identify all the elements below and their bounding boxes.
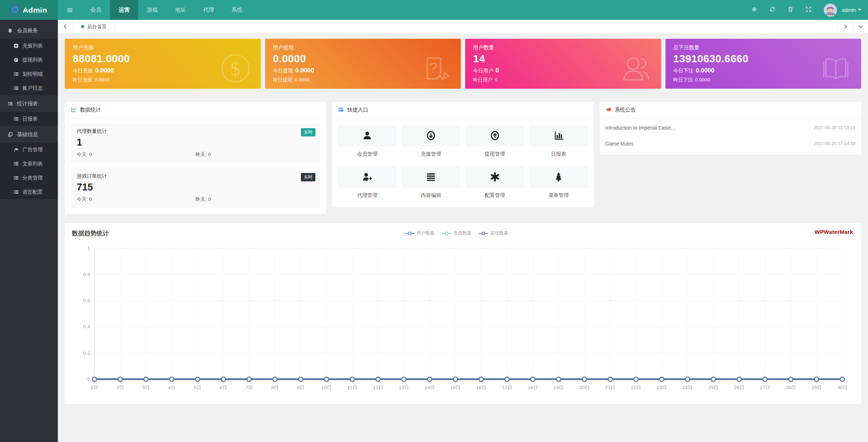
trash-button[interactable] xyxy=(783,0,799,20)
quick-entry-菜单管理[interactable]: 菜单管理 xyxy=(529,167,588,199)
stat-block-value: 1 xyxy=(77,137,314,148)
menu-item-地址[interactable]: 地址 xyxy=(166,0,195,20)
legend-用户数量[interactable]: 用户数量 xyxy=(405,230,435,236)
watermark: WPWaterMark ↓ xyxy=(814,229,853,235)
sidebar-item-文章列表[interactable]: 文章列表 xyxy=(0,157,58,171)
svg-text:22日: 22日 xyxy=(631,385,641,390)
sidebar-section-会员账务[interactable]: ฿会员账务 xyxy=(0,22,58,39)
navbar-actions: admin xyxy=(746,0,868,20)
megaphone-icon xyxy=(605,106,612,114)
svg-text:14日: 14日 xyxy=(425,385,435,390)
menu-hamburger[interactable] xyxy=(58,0,82,20)
chevron-left-icon xyxy=(63,24,68,29)
legend-充值数量[interactable]: 充值数量 xyxy=(442,230,472,236)
list-icon xyxy=(13,71,19,77)
sidebar-item-划转明细[interactable]: 划转明细 xyxy=(0,67,58,81)
quick-entry-label: 代理管理 xyxy=(338,192,396,199)
svg-text:0.4: 0.4 xyxy=(83,324,90,329)
menu-item-运营[interactable]: 运营 xyxy=(110,0,138,20)
menu-item-代理[interactable]: 代理 xyxy=(195,0,223,20)
tabs-scroll-right-button[interactable] xyxy=(838,20,853,33)
stat-block-yesterday: 昨天: 0 xyxy=(196,196,315,203)
legend-marker-icon xyxy=(479,231,488,236)
sidebar-item-语言配置[interactable]: 语言配置 xyxy=(0,185,58,199)
user-plus-icon xyxy=(362,172,373,184)
quick-entry-label: 内容编辑 xyxy=(402,192,460,199)
quick-entry-充值管理[interactable]: 充值管理 xyxy=(402,126,460,157)
sidebar-item-label: 充值列表 xyxy=(22,43,43,49)
tabs-more-button[interactable] xyxy=(853,20,868,33)
quick-entry-label: 日报表 xyxy=(529,151,588,157)
quick-entry-tile xyxy=(338,167,396,188)
tab-bar: 后台首页 xyxy=(58,20,868,34)
legend-label: 用户数量 xyxy=(417,230,435,236)
sidebar-item-提现列表[interactable]: 提现列表 xyxy=(0,53,58,67)
credit-card-icon xyxy=(338,106,344,114)
quick-entry-label: 菜单管理 xyxy=(529,192,588,199)
quick-entry-提现管理[interactable]: 提现管理 xyxy=(465,126,524,157)
svg-text:16日: 16日 xyxy=(476,385,486,390)
sidebar-item-日报表[interactable]: 日报表 xyxy=(0,112,58,126)
hamburger-icon xyxy=(67,7,73,13)
announcement-row[interactable]: Introduction to Imperial Casin...2022-05… xyxy=(605,120,855,136)
stat-block-today: 今天: 0 xyxy=(77,196,196,203)
stat-card-总下注数量[interactable]: 总下注数量13910630.6660今日下注0.0000昨日下注0.0000 xyxy=(665,39,861,89)
menu-item-系统[interactable]: 系统 xyxy=(223,0,251,20)
quick-entry-label: 会员管理 xyxy=(338,151,396,157)
sidebar-section-label: 统计报表 xyxy=(17,100,38,107)
svg-text:15日: 15日 xyxy=(450,385,461,390)
quick-entry-日报表[interactable]: 日报表 xyxy=(529,126,588,157)
tab-home[interactable]: 后台首页 xyxy=(73,20,115,33)
chevron-down-icon xyxy=(858,24,863,29)
quick-entry-tile xyxy=(465,167,524,188)
sidebar-item-label: 账户日志 xyxy=(22,85,43,92)
fullscreen-button[interactable] xyxy=(801,0,817,20)
list-icon xyxy=(13,116,19,122)
dashboard-content: 用户充值88081.0000今日充值0.0000昨日充值0.0000$用户提现0… xyxy=(58,34,868,442)
announcement-title: Game Rules xyxy=(605,141,813,147)
list-icon xyxy=(7,101,13,106)
app-logo[interactable]: ⚙ Admin xyxy=(0,0,58,20)
svg-text:5日: 5日 xyxy=(194,385,201,390)
stat-card-用户数量[interactable]: 用户数量14今日用户0昨日用户0 xyxy=(465,39,661,89)
stat-card-用户提现[interactable]: 用户提现0.0000今日提现0.0000昨日提现0.0000? xyxy=(265,39,461,89)
sidebar-section-统计报表[interactable]: 统计报表 xyxy=(0,95,58,112)
trend-chart[interactable]: 00.20.40.60.811日2日3日4日5日6日7日8日9日10日11日12… xyxy=(72,243,854,396)
sidebar-item-分类管理[interactable]: 分类管理 xyxy=(0,171,58,185)
bar-chart-icon xyxy=(553,130,564,142)
plus-square-icon xyxy=(13,43,19,49)
sidebar-item-账户日志[interactable]: 账户日志 xyxy=(0,81,58,95)
copy-icon xyxy=(7,131,13,137)
avatar[interactable] xyxy=(824,4,837,17)
quick-entry-会员管理[interactable]: 会员管理 xyxy=(338,126,396,157)
data-stats-panel: 数据统计 代理数量统计实时1今天: 0昨天: 0游戏订单统计实时715今天: 0… xyxy=(65,102,326,214)
svg-text:8日: 8日 xyxy=(271,385,279,390)
svg-text:13日: 13日 xyxy=(399,385,409,390)
list-icon xyxy=(13,175,19,181)
refresh-button[interactable] xyxy=(765,0,780,20)
quick-entry-配置管理[interactable]: 配置管理 xyxy=(465,167,524,199)
sidebar-item-label: 分类管理 xyxy=(22,175,43,181)
sidebar-item-label: 文章列表 xyxy=(22,161,43,167)
globe-button[interactable] xyxy=(746,0,762,20)
svg-text:0.2: 0.2 xyxy=(83,350,90,356)
quick-entry-内容编辑[interactable]: 内容编辑 xyxy=(402,167,460,199)
quick-entry-代理管理[interactable]: 代理管理 xyxy=(338,167,396,199)
download-circle-icon xyxy=(426,130,436,142)
stat-card-用户充值[interactable]: 用户充值88081.0000今日充值0.0000昨日充值0.0000$ xyxy=(65,39,261,89)
svg-text:2日: 2日 xyxy=(116,385,124,390)
announcement-row[interactable]: Game Rules2022-05-25 07:14:39 xyxy=(605,136,855,152)
svg-text:12日: 12日 xyxy=(373,385,383,390)
sidebar-item-广告管理[interactable]: 广告管理 xyxy=(0,143,58,157)
user-menu[interactable]: admin xyxy=(842,7,862,13)
gear-icon: ⚙ xyxy=(10,5,19,15)
tabs-scroll-left-button[interactable] xyxy=(58,20,73,33)
sidebar-section-基础信息[interactable]: 基础信息 xyxy=(0,126,58,143)
menu-item-游戏[interactable]: 游戏 xyxy=(138,0,166,20)
menu-item-会员[interactable]: 会员 xyxy=(82,0,110,20)
realtime-badge: 实时 xyxy=(301,128,315,136)
legend-提现数量[interactable]: 提现数量 xyxy=(479,230,509,236)
announcements-panel: 系统公告 Introduction to Imperial Casin...20… xyxy=(600,102,861,155)
stat-cards-row: 用户充值88081.0000今日充值0.0000昨日充值0.0000$用户提现0… xyxy=(65,39,861,89)
sidebar-item-充值列表[interactable]: 充值列表 xyxy=(0,39,58,53)
